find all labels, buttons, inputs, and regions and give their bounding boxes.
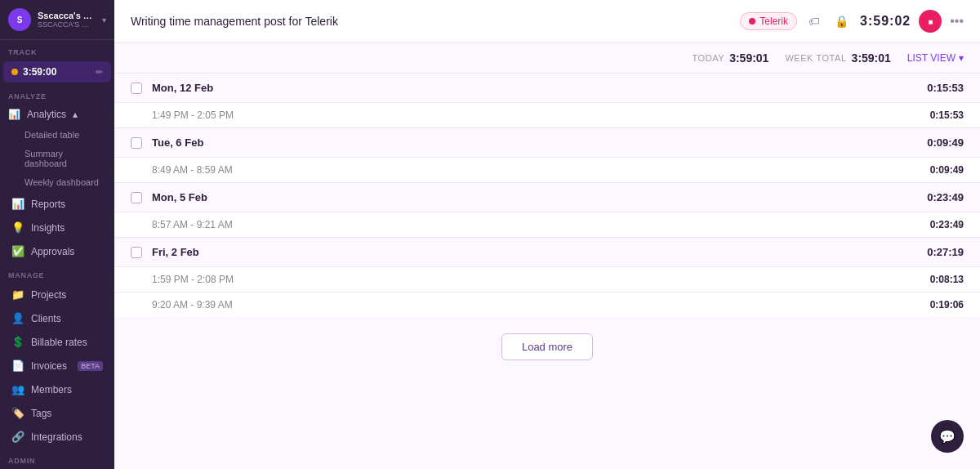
date-checkbox[interactable] (131, 247, 142, 258)
insights-icon: 💡 (11, 221, 24, 234)
date-total: 0:15:53 (927, 82, 964, 94)
date-label: Fri, 2 Feb (152, 246, 927, 258)
sidebar-item-integrations-label: Integrations (31, 431, 103, 443)
time-entry[interactable]: 1:59 PM - 2:08 PM0:08:13 (114, 266, 980, 292)
content-area: TODAY 3:59:01 WEEK TOTAL 3:59:01 LIST VI… (114, 43, 980, 469)
time-entry[interactable]: 8:49 AM - 8:59 AM0:09:49 (114, 157, 980, 182)
analytics-header[interactable]: 📊 Analytics ▴ (3, 104, 111, 125)
sidebar-item-reports[interactable]: 📊 Reports (3, 193, 111, 215)
sidebar-item-billable-rates[interactable]: 💲 Billable rates (3, 331, 111, 353)
sidebar-item-billable-rates-label: Billable rates (31, 337, 103, 348)
sidebar-item-approvals[interactable]: ✅ Approvals (3, 240, 111, 262)
sidebar-item-weekly-dashboard[interactable]: Weekly dashboard (3, 173, 111, 191)
workspace-name: Sscacca's work... (38, 11, 96, 20)
chat-bubble-button[interactable]: 💬 (931, 420, 964, 453)
members-icon: 👥 (11, 383, 24, 395)
week-value: 3:59:01 (852, 51, 891, 65)
reports-icon: 📊 (11, 198, 24, 210)
entry-duration: 0:23:49 (930, 219, 964, 230)
sidebar-item-projects[interactable]: 📁 Projects (3, 284, 111, 306)
edit-icon: ✏ (96, 67, 103, 78)
sidebar-item-insights[interactable]: 💡 Insights (3, 217, 111, 239)
date-label: Mon, 5 Feb (152, 191, 927, 203)
sidebar-item-tags[interactable]: 🏷️ Tags (3, 402, 111, 424)
list-view-button[interactable]: LIST VIEW ▾ (907, 52, 964, 64)
telerik-dot (749, 18, 755, 25)
date-header: Fri, 2 Feb0:27:19 (114, 237, 980, 266)
date-total: 0:09:49 (927, 136, 964, 149)
tags-icon: 🏷️ (11, 407, 24, 419)
analytics-label: Analytics (27, 109, 66, 120)
telerik-project-badge[interactable]: Telerik (740, 12, 797, 30)
date-groups-container: Mon, 12 Feb0:15:531:49 PM - 2:05 PM0:15:… (114, 73, 980, 317)
sidebar-item-invoices[interactable]: 📄 Invoices BETA (3, 355, 111, 377)
time-range: 1:49 PM - 2:05 PM (152, 109, 930, 121)
analyze-section-label: ANALYZE (0, 84, 114, 104)
header-right: Telerik 🏷 🔒 3:59:02 ■ ••• (740, 10, 964, 33)
sidebar-item-members[interactable]: 👥 Members (3, 378, 111, 400)
date-checkbox[interactable] (131, 192, 142, 203)
track-timer[interactable]: 3:59:00 ✏ (3, 61, 111, 83)
billable-rates-icon: 💲 (11, 336, 24, 348)
week-label: WEEK TOTAL (785, 53, 846, 63)
list-view-chevron-icon: ▾ (959, 52, 964, 64)
sidebar-timer-value: 3:59:00 (23, 66, 91, 78)
workspace-header[interactable]: S Sscacca's work... SSCACCA'S WORKSPACE … (0, 0, 114, 40)
date-header: Mon, 5 Feb0:23:49 (114, 182, 980, 212)
date-checkbox[interactable] (131, 137, 142, 149)
date-label: Mon, 12 Feb (152, 82, 927, 94)
load-more-container: Load more (114, 317, 980, 377)
workspace-sub: SSCACCA'S WORKSPACE (38, 20, 96, 29)
time-entry[interactable]: 9:20 AM - 9:39 AM0:19:06 (114, 292, 980, 317)
sidebar-item-summary-dashboard[interactable]: Summary dashboard (3, 145, 111, 172)
lock-icon[interactable]: 🔒 (831, 11, 852, 31)
time-entry[interactable]: 8:57 AM - 9:21 AM0:23:49 (114, 212, 980, 237)
stop-button[interactable]: ■ (919, 10, 942, 33)
invoices-beta-badge: BETA (78, 361, 103, 371)
workspace-avatar: S (8, 8, 31, 31)
date-group: Mon, 12 Feb0:15:531:49 PM - 2:05 PM0:15:… (114, 73, 980, 127)
track-section-label: TRACK (0, 40, 114, 60)
entry-duration: 0:09:49 (930, 164, 964, 176)
sidebar-item-detailed-table[interactable]: Detailed table (3, 126, 111, 144)
time-entry[interactable]: 1:49 PM - 2:05 PM0:15:53 (114, 102, 980, 127)
header-timer-display: 3:59:02 (860, 14, 911, 29)
sidebar-item-clients-label: Clients (31, 313, 103, 324)
invoices-icon: 📄 (11, 360, 24, 372)
entry-duration: 0:19:06 (930, 299, 964, 310)
analytics-chevron-icon: ▴ (73, 109, 78, 120)
chat-icon: 💬 (939, 429, 956, 444)
time-range: 8:57 AM - 9:21 AM (152, 219, 930, 230)
time-range: 8:49 AM - 8:59 AM (152, 164, 930, 176)
date-group: Tue, 6 Feb0:09:498:49 AM - 8:59 AM0:09:4… (114, 127, 980, 182)
time-range: 9:20 AM - 9:39 AM (152, 299, 930, 310)
analytics-section: 📊 Analytics ▴ Detailed table Summary das… (0, 104, 114, 192)
tag-icon[interactable]: 🏷 (805, 11, 823, 31)
sidebar-item-clients[interactable]: 👤 Clients (3, 307, 111, 329)
time-range: 1:59 PM - 2:08 PM (152, 274, 930, 285)
admin-section-label: ADMIN (0, 449, 114, 468)
workspace-info: Sscacca's work... SSCACCA'S WORKSPACE (38, 11, 96, 29)
date-label: Tue, 6 Feb (152, 136, 927, 149)
date-total: 0:27:19 (927, 246, 964, 258)
sidebar-item-members-label: Members (31, 384, 103, 395)
load-more-button[interactable]: Load more (501, 333, 593, 360)
date-header: Mon, 12 Feb0:15:53 (114, 73, 980, 102)
more-options-icon[interactable]: ••• (950, 14, 964, 29)
today-label: TODAY (693, 53, 725, 63)
date-header: Tue, 6 Feb0:09:49 (114, 127, 980, 157)
integrations-icon: 🔗 (11, 431, 24, 443)
workspace-chevron-icon: ▾ (102, 16, 106, 25)
page-title: Writing time management post for Telerik (131, 15, 730, 28)
timer-active-dot (11, 69, 18, 75)
date-checkbox[interactable] (131, 83, 142, 94)
sidebar-item-integrations[interactable]: 🔗 Integrations (3, 426, 111, 448)
today-stat: TODAY 3:59:01 (693, 51, 769, 65)
projects-icon: 📁 (11, 288, 24, 301)
date-group: Fri, 2 Feb0:27:191:59 PM - 2:08 PM0:08:1… (114, 237, 980, 317)
entry-duration: 0:08:13 (930, 274, 964, 285)
sidebar-item-approvals-label: Approvals (31, 246, 103, 257)
analytics-bar-icon: 📊 (8, 109, 20, 120)
date-total: 0:23:49 (927, 191, 964, 203)
approvals-icon: ✅ (11, 245, 24, 257)
